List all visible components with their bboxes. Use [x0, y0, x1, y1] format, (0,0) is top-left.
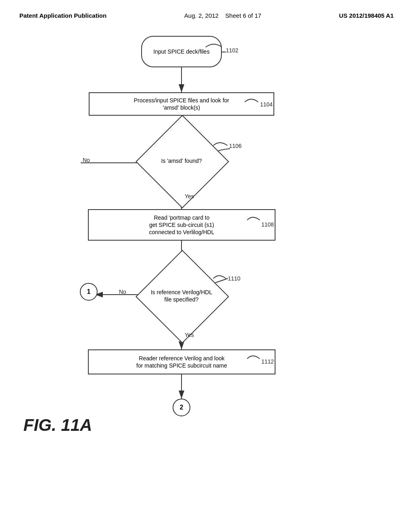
- header-publication-label: Patent Application Publication: [19, 11, 106, 20]
- circle-1-label: 1: [87, 288, 91, 296]
- bracket-1108: [245, 212, 266, 228]
- node-1106: Is 'amsd' found?: [149, 129, 214, 193]
- figure-label: FIG. 11A: [23, 416, 92, 435]
- header: Patent Application Publication Aug. 2, 2…: [0, 0, 413, 20]
- node-1112-label: Reader reference Verilog and look for ma…: [136, 355, 227, 369]
- diamond-1106: Is 'amsd' found?: [149, 129, 214, 193]
- bracket-1104: [243, 94, 265, 110]
- node-1102-label: Input SPICE deck/files: [153, 48, 209, 55]
- node-1108-label: Read 'portmap card to get SPICE sub-circ…: [149, 214, 215, 236]
- circle-2: 2: [173, 399, 190, 416]
- bracket-1106: [211, 138, 234, 153]
- label-no-1106: No: [83, 157, 90, 163]
- arrows-svg: [0, 24, 413, 467]
- bracket-1112: [245, 351, 266, 366]
- header-date-sheet: Aug. 2, 2012 Sheet 6 of 17: [184, 11, 261, 20]
- diamond-1110: Is reference Verilog/HDL file specified?: [149, 264, 214, 328]
- label-no-1110: No: [119, 289, 126, 295]
- page: Patent Application Publication Aug. 2, 2…: [0, 0, 413, 532]
- header-sheet: Sheet 6 of 17: [225, 12, 261, 19]
- bracket-1102: [202, 39, 234, 55]
- circle-1: 1: [80, 283, 98, 301]
- node-1104-label: Process/input SPICE files and look for '…: [134, 97, 229, 111]
- flowchart: Input SPICE deck/files 1102 Process/inpu…: [0, 24, 413, 467]
- node-1110-label: Is reference Verilog/HDL file specified?: [149, 289, 214, 303]
- label-yes-1110: Yes: [185, 332, 194, 338]
- node-1106-label: Is 'amsd' found?: [161, 157, 202, 164]
- header-patent-number: US 2012/198405 A1: [339, 11, 394, 20]
- label-yes-1106: Yes: [185, 193, 194, 200]
- node-1110: Is reference Verilog/HDL file specified?: [149, 264, 214, 328]
- circle-2-label: 2: [180, 403, 184, 412]
- bracket-1110: [211, 271, 232, 285]
- header-date: Aug. 2, 2012: [184, 12, 219, 19]
